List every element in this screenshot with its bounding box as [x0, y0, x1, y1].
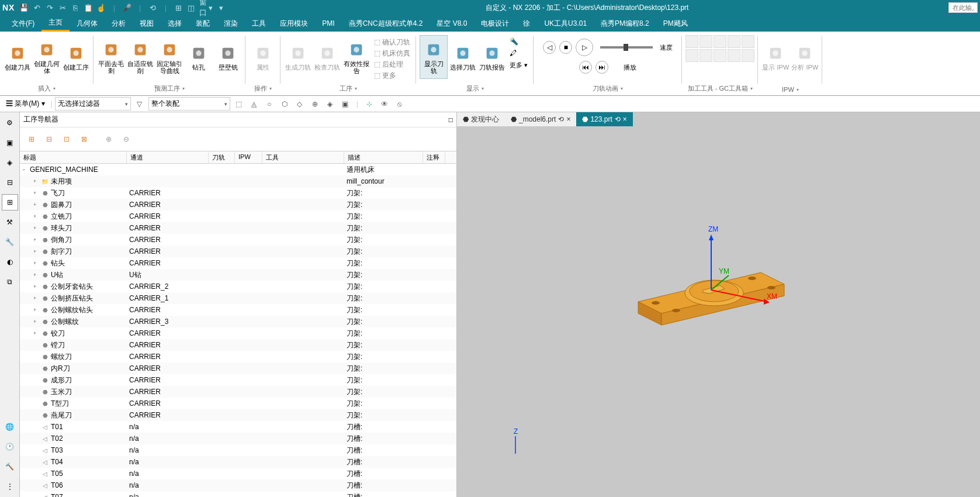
ribbon-group-label-4[interactable]: 显示 — [420, 83, 530, 94]
filter-icon[interactable]: ▽ — [133, 98, 146, 111]
copy-icon[interactable]: ⎘ — [71, 3, 80, 12]
menu-button[interactable]: ☰ 菜单(M) ▾ — [2, 98, 49, 110]
ribbon-btn-4-1[interactable]: 选择刀轨 — [449, 35, 477, 79]
rail-machine-icon[interactable]: ⚒ — [2, 214, 18, 230]
table-row[interactable]: ⬣燕尾刀CARRIER刀架: — [20, 409, 456, 421]
ribbon-btn-1-1[interactable]: 自适应铣削 — [126, 35, 154, 79]
first-icon[interactable]: ⏮ — [579, 61, 592, 74]
stop-icon[interactable]: ■ — [559, 41, 572, 54]
menu-15[interactable]: UK工具U3.01 — [537, 16, 594, 31]
col-desc[interactable]: 描述 — [344, 151, 423, 163]
table-row[interactable]: ⬣T型刀CARRIER刀架: — [20, 398, 456, 409]
ribbon-group-label-6[interactable]: 加工工具 - GC工具箱 — [685, 83, 754, 94]
menu-6[interactable]: 装配 — [189, 16, 217, 31]
rail-link-icon[interactable]: ⧉ — [2, 274, 18, 290]
select-icon-5[interactable]: ◇ — [293, 98, 306, 111]
gc-tool-6[interactable] — [699, 49, 712, 62]
tab-close-icon[interactable]: × — [623, 115, 627, 123]
ribbon-btn-7-1[interactable]: 分析 IPW — [791, 35, 819, 79]
window-icon[interactable]: ⊞ — [174, 3, 183, 12]
rail-tree-icon[interactable]: ⊟ — [2, 174, 18, 191]
ribbon-btn-4-2[interactable]: 刀轨报告 — [478, 35, 506, 79]
nav-view3-icon[interactable]: ⊡ — [58, 131, 75, 147]
viewport-tab-2[interactable]: ⬣123.prt ⟲ × — [576, 112, 632, 126]
ribbon-btn-2-0[interactable]: 属性 — [249, 35, 277, 79]
select-icon-3[interactable]: ○ — [263, 98, 276, 111]
select-icon-4[interactable]: ⬡ — [278, 98, 291, 111]
extra-3-3[interactable]: ⬚ 更多 — [374, 71, 410, 81]
rail-part-icon[interactable]: ▣ — [2, 134, 18, 151]
menu-5[interactable]: 选择 — [161, 16, 189, 31]
nav-expand-icon[interactable]: ⊕ — [101, 131, 117, 147]
visibility-icon[interactable]: 👁 — [378, 98, 391, 111]
table-row[interactable]: +⬣公制螺纹钻头CARRIER刀架: — [20, 304, 456, 316]
ribbon-group-label-7[interactable]: IPW — [761, 85, 819, 94]
nav-view1-icon[interactable]: ⊞ — [23, 131, 40, 147]
table-row[interactable]: +⬣铰刀CARRIER刀架: — [20, 327, 456, 339]
rail-wrench-icon[interactable]: 🔨 — [2, 458, 18, 475]
col-toolpath[interactable]: 刀轨 — [209, 151, 235, 163]
table-row[interactable]: +⬣倒角刀CARRIER刀架: — [20, 234, 456, 246]
nav-collapse-icon[interactable]: ⊖ — [118, 131, 134, 147]
graphics-viewport[interactable]: ⬣发现中心⬣_model6.prt ⟲ ×⬣123.prt ⟲ × — [457, 112, 980, 497]
table-row[interactable]: +⬣U钻U钻刀架: — [20, 269, 456, 281]
menu-4[interactable]: 视图 — [133, 16, 161, 31]
extra-3-2[interactable]: ⬚ 后处理 — [374, 60, 410, 70]
ribbon-btn-3-1[interactable]: 检查刀轨 — [313, 35, 341, 79]
mic-icon[interactable]: 🎤 — [122, 3, 131, 12]
paste-icon[interactable]: 📋 — [84, 3, 93, 12]
highlighter-icon[interactable]: 🖍 — [510, 49, 528, 57]
layout-icon[interactable]: ◫ — [186, 3, 196, 12]
gc-tool-2[interactable] — [714, 35, 726, 48]
table-row[interactable]: +⬣圆鼻刀CARRIER刀架: — [20, 199, 456, 210]
table-row[interactable]: ◁T06n/a刀槽: — [20, 479, 456, 491]
ribbon-btn-1-0[interactable]: 平面去毛刺 — [97, 35, 125, 79]
select-icon-2[interactable]: ◬ — [248, 98, 261, 111]
menu-11[interactable]: 燕秀CNC超级程式单4.2 — [342, 16, 430, 31]
table-row[interactable]: ⬣螺纹刀CARRIER刀架: — [20, 351, 456, 363]
gc-tool-7[interactable] — [714, 49, 726, 62]
table-row[interactable]: ◁T07n/a刀槽: — [20, 491, 456, 497]
prev-icon[interactable]: ◁ — [543, 41, 556, 54]
table-row[interactable]: +⬣飞刀CARRIER刀架: — [20, 187, 456, 199]
menu-17[interactable]: PM飓风 — [656, 16, 695, 31]
table-row[interactable]: ◁T05n/a刀槽: — [20, 468, 456, 479]
table-row[interactable]: ◁T02n/a刀槽: — [20, 433, 456, 444]
table-row[interactable]: ⬣玉米刀CARRIER刀架: — [20, 386, 456, 398]
ribbon-btn-0-2[interactable]: 创建工序 — [62, 35, 90, 79]
viewport-tab-0[interactable]: ⬣发现中心 — [457, 112, 505, 126]
tab-refresh-icon[interactable]: ⟲ — [558, 115, 564, 123]
nav-view2-icon[interactable]: ⊟ — [41, 131, 57, 147]
menu-8[interactable]: 工具 — [245, 16, 273, 31]
menu-16[interactable]: 燕秀PM编程8.2 — [594, 16, 656, 31]
select-icon-8[interactable]: ▣ — [339, 98, 352, 111]
ribbon-group-label-1[interactable]: 预测工序 — [97, 83, 242, 94]
table-row[interactable]: ◁T01n/a刀槽: — [20, 421, 456, 433]
table-row[interactable]: ⬣成形刀CARRIER刀架: — [20, 374, 456, 386]
selection-filter[interactable]: 无选择过滤器 — [55, 97, 131, 111]
gc-tool-8[interactable] — [728, 49, 740, 62]
ribbon-btn-1-4[interactable]: 壁壁铣 — [214, 35, 242, 79]
rail-more-icon[interactable]: ⋮ — [2, 478, 18, 495]
extra-3-0[interactable]: ⬚ 确认刀轨 — [374, 37, 410, 47]
table-row[interactable]: ◁T04n/a刀槽: — [20, 456, 456, 468]
gc-tool-5[interactable] — [685, 49, 698, 62]
ribbon-btn-7-0[interactable]: 显示 IPW — [761, 35, 789, 79]
menu-2[interactable]: 几何体 — [70, 16, 105, 31]
col-tool[interactable]: 工具 — [262, 151, 344, 163]
redo-icon[interactable]: ↷ — [45, 3, 54, 12]
ribbon-group-label-3[interactable]: 工序 — [284, 83, 413, 94]
speed-slider[interactable] — [600, 46, 653, 49]
select-icon-7[interactable]: ◈ — [324, 98, 337, 111]
rail-tool-icon[interactable]: 🔧 — [2, 234, 18, 250]
gc-tool-9[interactable] — [742, 49, 754, 62]
play-icon[interactable]: ▷ — [576, 39, 593, 56]
ribbon-btn-0-0[interactable]: 创建刀具 — [4, 35, 32, 79]
table-row[interactable]: +⬣钻头CARRIER刀架: — [20, 257, 456, 269]
gc-tool-4[interactable] — [742, 35, 754, 48]
save-icon[interactable]: 💾 — [19, 3, 29, 12]
table-row[interactable]: −GENERIC_MACHINE通用机床 — [20, 164, 456, 175]
extra-3-1[interactable]: ⬚ 机床仿真 — [374, 49, 410, 58]
sync-icon[interactable]: ⟲ — [148, 3, 157, 12]
ribbon-btn-0-1[interactable]: 创建几何体 — [33, 35, 61, 79]
